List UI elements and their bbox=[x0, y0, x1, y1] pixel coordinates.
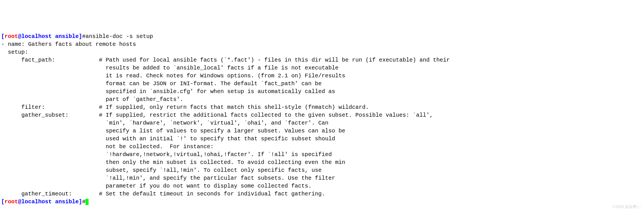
output-line: gather_timeout: # Set the default timeou… bbox=[1, 191, 325, 197]
prompt-user: root bbox=[4, 199, 18, 205]
prompt-bracket-close: ] bbox=[79, 33, 82, 40]
prompt-bracket-open: [ bbox=[1, 33, 4, 40]
output-line: part of `gather_facts'. bbox=[1, 96, 183, 103]
output-line: - name: Gathers facts about remote hosts bbox=[1, 41, 136, 48]
output-line: subset, specify `!all,!min'. To collect … bbox=[1, 167, 322, 173]
prompt-bracket-open: [ bbox=[1, 199, 4, 205]
output-line: used with an initial `!' to specify that… bbox=[1, 136, 335, 142]
output-line: `min', `hardware', `network', `virtual',… bbox=[1, 120, 328, 126]
output-line: it is read. Check notes for Windows opti… bbox=[1, 73, 345, 79]
output-line: specified in `ansible.cfg' for when setu… bbox=[1, 88, 335, 95]
command-input[interactable]: ansible-doc -s setup bbox=[85, 33, 153, 40]
prompt-hash: # bbox=[82, 199, 85, 205]
output-line: then only the min subset is collected. T… bbox=[1, 159, 345, 166]
prompt-host: localhost bbox=[21, 33, 52, 40]
prompt-path: ansible bbox=[55, 33, 79, 40]
output-line: specify a list of values to specify a la… bbox=[1, 128, 345, 134]
prompt-space bbox=[52, 33, 55, 40]
prompt-at: @ bbox=[18, 33, 21, 40]
terminal-line-1: [root@localhost ansible]#ansible-doc -s … bbox=[1, 33, 153, 40]
output-line: `!hardware,!network,!virtual,!ohai,!fact… bbox=[1, 151, 332, 158]
output-line: results be added to `ansible_local' fact… bbox=[1, 65, 338, 71]
output-line: not be collected. For instance: bbox=[1, 143, 214, 150]
prompt-hash: # bbox=[82, 33, 85, 40]
watermark: CSDN @柒夢い bbox=[613, 204, 641, 210]
output-line: format can be JSON or INI-format. The de… bbox=[1, 80, 322, 87]
prompt-user: root bbox=[4, 33, 18, 40]
prompt-space bbox=[52, 199, 55, 205]
prompt-path: ansible bbox=[55, 199, 79, 205]
output-line: setup: bbox=[1, 49, 28, 55]
output-line: gather_subset: # If supplied, restrict t… bbox=[1, 112, 433, 118]
output-line: `!all,!min', and specify the particular … bbox=[1, 175, 335, 181]
terminal-line-prompt: [root@localhost ansible]# bbox=[1, 199, 89, 205]
cursor-icon[interactable] bbox=[85, 199, 89, 205]
prompt-host: localhost bbox=[21, 199, 52, 205]
output-line: parameter if you do not want to display … bbox=[1, 183, 311, 189]
prompt-bracket-close: ] bbox=[79, 199, 82, 205]
output-line: filter: # If supplied, only return facts… bbox=[1, 104, 369, 110]
prompt-at: @ bbox=[18, 199, 21, 205]
output-line: fact_path: # Path used for local ansible… bbox=[1, 57, 450, 63]
